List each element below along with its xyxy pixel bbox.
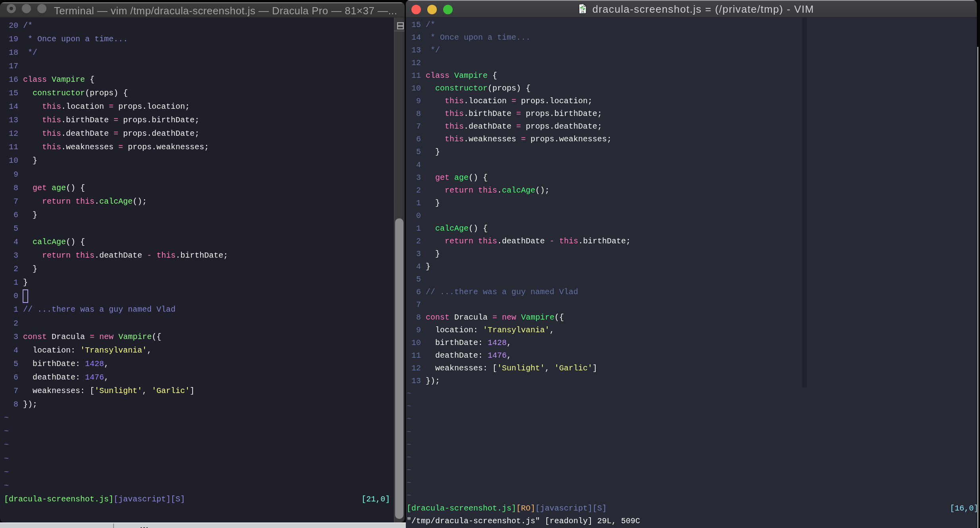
svg-text:JS: JS	[581, 10, 585, 14]
